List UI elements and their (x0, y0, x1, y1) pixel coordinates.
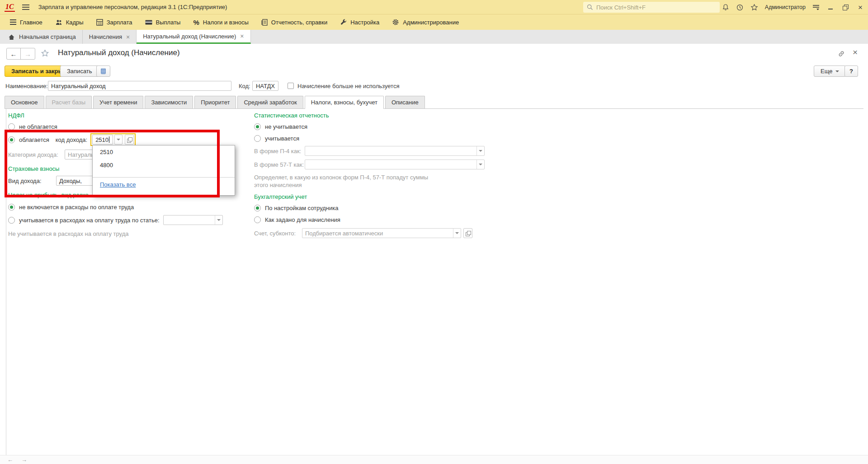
menu-label: Главное (20, 19, 42, 26)
combo-dropdown-button[interactable] (476, 160, 484, 169)
form-tab-osnovnoe[interactable]: Основное (5, 96, 44, 108)
notifications-bell-icon[interactable] (722, 4, 729, 11)
menu-label: Администрирование (403, 19, 459, 26)
t57-label: В форме 57-Т как: (254, 161, 305, 168)
restore-button[interactable] (841, 3, 849, 11)
forward-button[interactable]: → (21, 48, 35, 59)
chevron-down-icon (479, 164, 482, 165)
menu-label: Отчетность, справки (271, 19, 327, 26)
not-used-checkbox[interactable] (288, 83, 294, 89)
expense-item-combo[interactable] (163, 215, 223, 225)
menu-item-zarplata[interactable]: Зарплата (90, 14, 139, 30)
history-forward-icon[interactable]: → (21, 456, 27, 463)
code-input[interactable]: НАТДХ (252, 81, 278, 91)
history-back-icon[interactable]: ← (7, 456, 13, 463)
combo-dropdown-button[interactable] (476, 146, 484, 155)
menu-item-otchetnost[interactable]: Отчетность, справки (255, 14, 334, 30)
not-included-in-expenses-option[interactable]: не включается в расходы по оплате труда (8, 202, 252, 211)
menu-label: Зарплата (107, 19, 132, 26)
help-button[interactable]: ? (844, 66, 858, 77)
form-command-bar: Записать и закрыть Записать Еще ? (0, 64, 868, 80)
name-input[interactable]: Натуральный доход (48, 81, 231, 91)
dropdown-item-4800[interactable]: 4800 (93, 159, 235, 172)
tab-home[interactable]: Начальная страница (0, 30, 83, 44)
form-tab-nalogi-vznosy[interactable]: Налоги, взносы, бухучет (305, 96, 384, 109)
included-in-expenses-option[interactable]: учитывается в расходах на оплату труда п… (8, 214, 252, 226)
menu-item-nalogi[interactable]: % Налоги и взносы (187, 14, 255, 30)
account-placeholder: Подбирается автоматически (302, 229, 453, 238)
form-tab-zavisimosti[interactable]: Зависимости (145, 96, 193, 108)
expenses-hint: Не учитывается в расходах на оплату труд… (8, 230, 252, 237)
accounting-by-employee-option[interactable]: По настройкам сотрудника (254, 203, 507, 212)
tab-nachisleniya[interactable]: Начисления × (83, 30, 137, 44)
header-fields-row: Наименование: Натуральный доход Код: НАТ… (0, 81, 868, 92)
main-menu-icon[interactable] (22, 5, 29, 10)
close-window-button[interactable]: × (856, 3, 864, 11)
radio-selected-icon[interactable] (254, 123, 261, 130)
show-all-link[interactable]: Показать все (93, 178, 235, 188)
income-code-dropdown-button[interactable] (114, 135, 123, 145)
radio-selected-icon[interactable] (8, 136, 15, 143)
global-search-input[interactable]: Поиск Ctrl+Shift+F (583, 2, 720, 13)
menu-item-vyplaty[interactable]: Выплаты (139, 14, 187, 30)
save-button[interactable]: Записать (60, 66, 99, 77)
income-code-label: код дохода: (56, 136, 87, 143)
income-code-input[interactable]: 2510 (92, 135, 113, 145)
related-documents-button[interactable] (96, 66, 110, 77)
chevron-down-icon (479, 150, 482, 152)
tab-close-icon[interactable]: × (240, 33, 244, 40)
p4-combo[interactable] (305, 146, 485, 156)
radio-selected-icon[interactable] (8, 204, 15, 211)
ndfl-not-taxed-option[interactable]: не облагается (8, 122, 252, 131)
tab-naturalnyy-dokhod[interactable]: Натуральный доход (Начисление) × (137, 30, 250, 44)
document-structure-icon (101, 68, 106, 74)
radio-label: не включается в расходы по оплате труда (19, 204, 134, 211)
home-icon (8, 34, 15, 40)
combo-dropdown-button[interactable] (453, 229, 461, 238)
tab-label: Начисления (89, 33, 122, 40)
form-tab-strip: Основное Расчет базы Учет времени Зависи… (5, 96, 863, 109)
t57-combo[interactable] (305, 159, 485, 169)
ndfl-taxed-option[interactable]: облагается код дохода: 2510 (8, 134, 252, 145)
history-icon[interactable] (736, 4, 744, 11)
gear-icon (392, 19, 399, 26)
account-combo[interactable]: Подбирается автоматически (302, 228, 461, 238)
radio-unselected-icon[interactable] (8, 217, 15, 224)
form-tab-prioritet[interactable]: Приоритет (194, 96, 236, 108)
get-link-icon[interactable] (837, 50, 845, 58)
menu-item-administrirovanie[interactable]: Администрирование (386, 14, 465, 30)
menu-item-glavnoe[interactable]: Главное (4, 14, 49, 30)
form-tab-sredniy-zarabotok[interactable]: Средний заработок (237, 96, 303, 108)
dropdown-item-2510[interactable]: 2510 (93, 145, 235, 159)
radio-label: учитывается в расходах на оплату труда п… (19, 217, 160, 224)
current-user[interactable]: Администратор (765, 4, 806, 10)
user-menu-icon[interactable] (812, 4, 820, 11)
add-to-favorites-star-icon[interactable] (41, 49, 49, 57)
radio-unselected-icon[interactable] (254, 216, 261, 223)
combo-dropdown-button[interactable] (215, 216, 222, 225)
radio-unselected-icon[interactable] (8, 123, 15, 130)
navigation-buttons: ← → (6, 48, 35, 60)
menu-item-kadry[interactable]: Кадры (49, 14, 90, 30)
form-tab-opisanie[interactable]: Описание (385, 96, 425, 108)
close-form-icon[interactable]: × (853, 47, 858, 57)
statistics-right-column: Статистическая отчетность не учитывается… (254, 112, 507, 239)
account-open-button[interactable] (463, 228, 472, 238)
favorites-star-icon[interactable] (750, 4, 758, 11)
more-actions-button[interactable]: Еще (814, 66, 846, 77)
minimize-button[interactable] (826, 3, 835, 11)
stats-not-counted-option[interactable]: не учитывается (254, 122, 507, 131)
accounting-by-accrual-option[interactable]: Как задано для начисления (254, 215, 507, 224)
stats-counted-option[interactable]: учитывается (254, 134, 507, 143)
radio-selected-icon[interactable] (254, 205, 261, 211)
menu-label: Налоги и взносы (203, 19, 249, 26)
chevron-down-icon (455, 232, 459, 234)
back-button[interactable]: ← (7, 48, 21, 59)
calculator-icon (96, 19, 103, 26)
more-label: Еще (821, 68, 832, 75)
form-tab-uchet-vremeni[interactable]: Учет времени (93, 96, 143, 108)
income-code-open-button[interactable] (125, 135, 134, 145)
radio-unselected-icon[interactable] (254, 135, 261, 142)
menu-item-nastroyka[interactable]: Настройка (334, 14, 386, 30)
tab-close-icon[interactable]: × (126, 33, 130, 41)
